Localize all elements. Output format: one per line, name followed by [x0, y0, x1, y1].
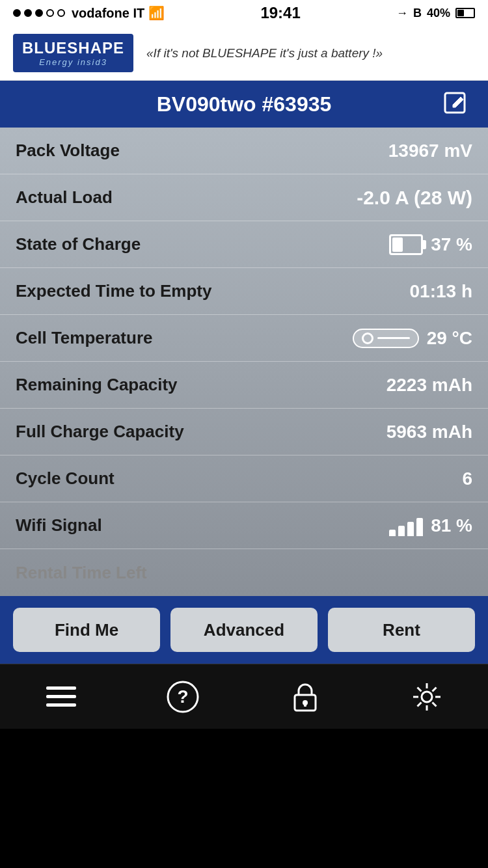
action-bar: Find Me Advanced Rent — [0, 596, 488, 664]
cell-temp-value: 29 °C — [427, 328, 472, 349]
signal-dots — [13, 9, 65, 17]
svg-rect-1 — [46, 686, 76, 690]
pack-voltage-label: Pack Voltage — [16, 141, 120, 161]
svg-rect-2 — [46, 695, 76, 698]
status-left: vodafone IT 📶 — [13, 5, 165, 21]
device-title: BV090two #63935 — [48, 92, 440, 116]
state-of-charge-value: 37 % — [431, 234, 472, 255]
battery-soc-icon — [389, 234, 423, 255]
remaining-capacity-row: Remaining Capacity 2223 mAh — [0, 362, 488, 409]
settings-icon — [411, 681, 443, 713]
battery-icon-status — [455, 8, 475, 18]
time-to-empty-row: Expected Time to Empty 01:13 h — [0, 268, 488, 315]
wifi-signal-row: Wifi Signal 81 % — [0, 502, 488, 549]
cell-temp-label: Cell Temperature — [16, 328, 152, 348]
remaining-capacity-value: 2223 mAh — [386, 375, 472, 396]
battery-label: 40% — [427, 7, 450, 20]
lock-icon — [292, 681, 318, 713]
tab-settings[interactable] — [401, 671, 453, 723]
actual-load-row: Actual Load -2.0 A (28 W) — [0, 174, 488, 221]
svg-line-15 — [433, 702, 437, 706]
tagline: «If it's not BLUESHAPE it's just a batte… — [146, 46, 383, 61]
location-icon: → — [396, 7, 408, 20]
find-me-button[interactable]: Find Me — [13, 608, 160, 652]
full-charge-capacity-row: Full Charge Capacity 5963 mAh — [0, 409, 488, 455]
tab-lock[interactable] — [279, 671, 331, 723]
edit-button[interactable] — [440, 88, 472, 120]
svg-point-9 — [422, 692, 432, 702]
tab-list[interactable] — [35, 671, 87, 723]
actual-load-label: Actual Load — [16, 187, 113, 208]
list-icon — [46, 685, 76, 709]
wifi-icon: 📶 — [148, 5, 165, 21]
thermometer-icon — [353, 329, 419, 348]
svg-line-14 — [418, 687, 422, 691]
wifi-bars-icon — [389, 515, 423, 536]
rental-time-label: Rental Time Left — [16, 563, 147, 583]
status-time: 19:41 — [260, 4, 300, 22]
tab-help[interactable]: ? — [157, 671, 209, 723]
full-charge-capacity-value: 5963 mAh — [386, 422, 472, 442]
device-title-bar: BV090two #63935 — [0, 81, 488, 128]
svg-line-16 — [433, 687, 437, 691]
remaining-capacity-label: Remaining Capacity — [16, 375, 178, 395]
cycle-count-row: Cycle Count 6 — [0, 455, 488, 502]
svg-line-17 — [418, 702, 422, 706]
status-right: → B 40% — [396, 7, 475, 20]
logo-box: BLUESHAPE Energy insid3 — [13, 34, 133, 72]
logo-header: BLUESHAPE Energy insid3 «If it's not BLU… — [0, 26, 488, 81]
cycle-count-value: 6 — [462, 468, 472, 489]
cell-temp-row: Cell Temperature 29 °C — [0, 315, 488, 362]
svg-rect-3 — [46, 703, 76, 707]
actual-load-value: -2.0 A (28 W) — [357, 187, 472, 209]
bluetooth-icon: B — [413, 7, 422, 20]
cycle-count-label: Cycle Count — [16, 468, 115, 489]
wifi-signal-label: Wifi Signal — [16, 515, 102, 536]
brand-name: BLUESHAPE — [22, 39, 124, 57]
edit-icon — [442, 90, 470, 118]
help-icon: ? — [167, 681, 199, 713]
pack-voltage-row: Pack Voltage 13967 mV — [0, 128, 488, 174]
full-charge-capacity-label: Full Charge Capacity — [16, 422, 184, 442]
rental-time-row: Rental Time Left — [0, 549, 488, 596]
time-to-empty-label: Expected Time to Empty — [16, 281, 212, 301]
time-to-empty-value: 01:13 h — [410, 281, 473, 302]
svg-rect-8 — [304, 703, 306, 707]
pack-voltage-value: 13967 mV — [388, 141, 472, 161]
svg-text:?: ? — [178, 686, 189, 707]
wifi-signal-value: 81 % — [431, 515, 472, 536]
tab-bar: ? — [0, 664, 488, 729]
brand-sub: Energy insid3 — [22, 57, 124, 67]
state-of-charge-label: State of Charge — [16, 234, 141, 254]
advanced-button[interactable]: Advanced — [170, 608, 318, 652]
state-of-charge-row: State of Charge 37 % — [0, 221, 488, 268]
carrier-label: vodafone IT — [72, 6, 144, 21]
data-area: Pack Voltage 13967 mV Actual Load -2.0 A… — [0, 128, 488, 596]
rent-button[interactable]: Rent — [328, 608, 475, 652]
status-bar: vodafone IT 📶 19:41 → B 40% — [0, 0, 488, 26]
